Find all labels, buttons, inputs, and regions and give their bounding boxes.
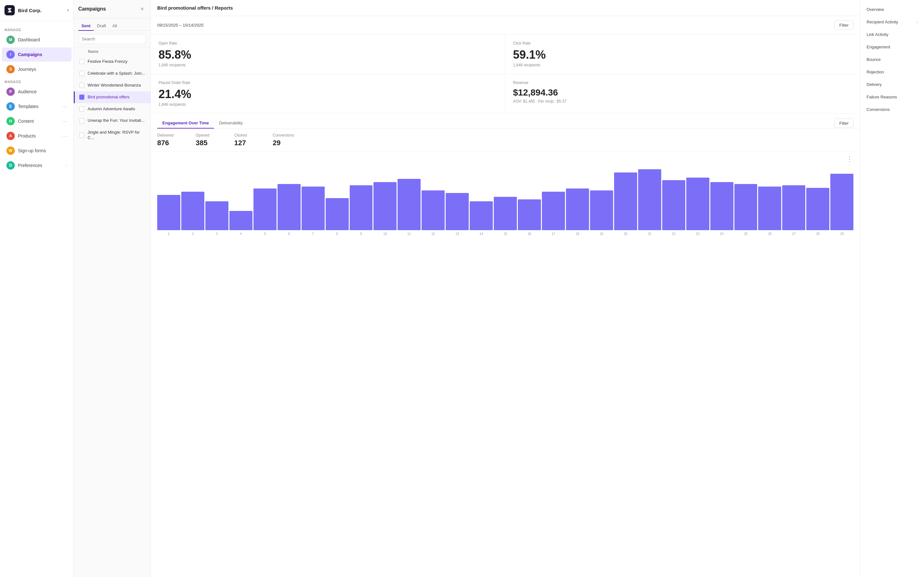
- bar-14: [470, 201, 493, 230]
- conversions-label: Conversions: [273, 133, 302, 137]
- bar-label-24: 24: [710, 232, 733, 235]
- sidebar-item-journeys[interactable]: S Journeys: [2, 62, 71, 76]
- sidebar-item-dashboard[interactable]: M Dashboard: [2, 33, 71, 47]
- campaign-list-header: Name: [74, 47, 150, 56]
- metric-open-rate: Open Rate 85.8% 1,846 recipients: [151, 35, 505, 74]
- metrics-grid: Open Rate 85.8% 1,846 recipients Click R…: [151, 35, 860, 113]
- preferences-avatar: D: [6, 161, 15, 169]
- close-panel-button[interactable]: ×: [138, 5, 146, 13]
- stat-clicked: Clicked 127: [234, 129, 273, 152]
- templates-more-icon[interactable]: ⋯: [62, 103, 67, 110]
- campaign-checkbox[interactable]: [79, 106, 84, 111]
- list-item[interactable]: Unwrap the Fun: Your Invitati...: [74, 115, 150, 127]
- delivered-label: Delivered: [157, 133, 186, 137]
- chart-filter-button[interactable]: Filter: [835, 119, 853, 128]
- tab-deliverability[interactable]: Deliverability: [214, 118, 248, 129]
- engagement-label: Engagement: [867, 45, 890, 49]
- metric-placed-order-rate: Placed Order Rate 21.4% 1,846 recipients: [151, 74, 505, 113]
- overview-label: Overview: [867, 7, 884, 12]
- click-rate-label: Click Rate: [513, 41, 852, 45]
- bar-29: [830, 174, 853, 230]
- sidebar-item-signup-forms[interactable]: W Sign-up forms: [2, 143, 71, 158]
- brand-name: Bird Corp.: [18, 8, 64, 13]
- right-nav-recipient-activity[interactable]: Recipient Activity ›: [860, 16, 924, 28]
- bar-20: [614, 172, 637, 230]
- campaign-checkbox[interactable]: [79, 71, 84, 76]
- open-rate-sub: 1,846 recipients: [158, 63, 497, 67]
- right-nav-overview[interactable]: Overview: [860, 3, 924, 16]
- campaign-checkbox[interactable]: [79, 133, 84, 138]
- chart-tabs: Engagement Over Time Deliverability: [157, 118, 248, 128]
- bar-label-2: 2: [181, 232, 204, 235]
- sidebar-item-campaigns[interactable]: I Campaigns: [2, 47, 71, 61]
- bar-24: [710, 182, 733, 230]
- recipient-activity-label: Recipient Activity: [867, 19, 898, 24]
- brand-logo: [5, 5, 15, 15]
- products-more-icon[interactable]: ⋯: [62, 133, 67, 139]
- campaign-search-input[interactable]: [78, 34, 146, 44]
- right-nav-delivery[interactable]: Delivery: [860, 78, 924, 91]
- filter-button[interactable]: Filter: [835, 21, 853, 30]
- campaign-checkbox[interactable]: [79, 95, 84, 100]
- right-sidebar: Overview Recipient Activity › Link Activ…: [860, 0, 924, 577]
- products-label: Products: [18, 133, 59, 139]
- open-rate-label: Open Rate: [158, 41, 497, 45]
- campaign-checkbox[interactable]: [79, 118, 84, 123]
- campaign-checkbox[interactable]: [79, 83, 84, 88]
- bar-label-8: 8: [326, 232, 349, 235]
- stat-conversions: Conversions 29: [273, 129, 311, 152]
- list-item[interactable]: Jingle and Mingle: RSVP for C...: [74, 127, 150, 144]
- list-item[interactable]: Bird promotional offers: [74, 91, 150, 103]
- campaign-item-name: Bird promotional offers: [87, 95, 129, 100]
- tab-all[interactable]: All: [109, 21, 120, 31]
- campaign-panel-header: Campaigns ×: [74, 0, 150, 18]
- recipient-activity-chevron-icon: ›: [916, 19, 918, 24]
- bar-3: [205, 201, 228, 230]
- templates-label: Templates: [18, 104, 59, 109]
- signup-label: Sign-up forms: [18, 148, 67, 153]
- campaign-name-column-header: Name: [88, 49, 99, 54]
- products-avatar: A: [6, 132, 15, 140]
- bar-label-15: 15: [494, 232, 517, 235]
- campaign-item-name: Celebrate with a Splash: Join...: [87, 71, 145, 76]
- right-nav-link-activity[interactable]: Link Activity: [860, 28, 924, 41]
- chart-more-button[interactable]: ⋮: [846, 155, 853, 163]
- content-more-icon[interactable]: ⋯: [62, 118, 67, 124]
- marketing-section-label: Manage: [0, 26, 73, 32]
- list-item[interactable]: Celebrate with a Splash: Join...: [74, 68, 150, 79]
- bar-10: [373, 182, 397, 230]
- tab-engagement-over-time[interactable]: Engagement Over Time: [157, 118, 214, 129]
- open-rate-value: 85.8%: [158, 48, 497, 61]
- clicked-value: 127: [234, 139, 263, 147]
- rejection-label: Rejection: [867, 69, 884, 74]
- sidebar-header[interactable]: Bird Corp. ▾: [0, 0, 73, 21]
- sidebar-item-products[interactable]: A Products ⋯: [2, 129, 71, 143]
- list-item[interactable]: Festive Fiesta Frenzy: [74, 56, 150, 68]
- signup-avatar: W: [6, 147, 15, 155]
- sidebar-item-preferences[interactable]: D Preferences ›: [2, 158, 71, 172]
- bar-23: [686, 177, 709, 230]
- manage-section-label: Manage: [0, 77, 73, 84]
- journeys-label: Journeys: [18, 67, 67, 72]
- sidebar-item-content[interactable]: H Content ⋯: [2, 114, 71, 128]
- campaign-panel-title: Campaigns: [78, 6, 106, 12]
- tab-sent[interactable]: Sent: [78, 21, 94, 31]
- right-nav-conversions[interactable]: Conversions: [860, 103, 924, 116]
- list-item[interactable]: Autumn Adventure Awaits: [74, 103, 150, 115]
- bar-label-13: 13: [446, 232, 469, 235]
- sidebar-item-audience[interactable]: P Audience: [2, 85, 71, 99]
- bar-25: [734, 184, 758, 230]
- bar-21: [638, 169, 661, 230]
- preferences-label: Preferences: [18, 163, 63, 168]
- bar-label-5: 5: [254, 232, 276, 235]
- list-item[interactable]: Winter Wonderland Bonanza: [74, 79, 150, 91]
- placed-order-label: Placed Order Rate: [158, 81, 497, 85]
- sidebar-item-templates[interactable]: E Templates ⋯: [2, 99, 71, 113]
- right-nav-rejection[interactable]: Rejection: [860, 66, 924, 78]
- templates-avatar: E: [6, 102, 15, 111]
- right-nav-engagement[interactable]: Engagement: [860, 41, 924, 53]
- right-nav-bounce[interactable]: Bounce: [860, 53, 924, 66]
- campaign-checkbox[interactable]: [79, 59, 84, 64]
- right-nav-failure-reasons[interactable]: Failure Reasons: [860, 91, 924, 103]
- tab-draft[interactable]: Draft: [94, 21, 109, 31]
